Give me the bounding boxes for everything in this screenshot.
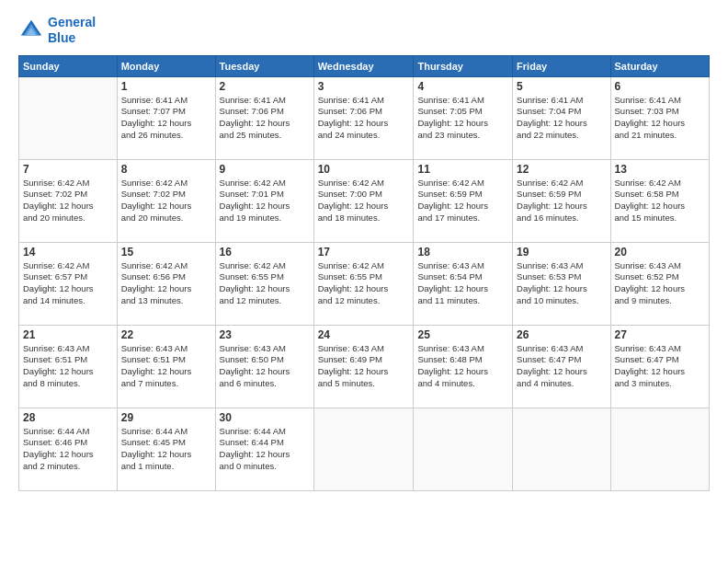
calendar-cell	[19, 76, 118, 159]
calendar-cell: 6Sunrise: 6:41 AM Sunset: 7:03 PM Daylig…	[610, 76, 709, 159]
day-number: 6	[615, 80, 705, 93]
day-info: Sunrise: 6:42 AM Sunset: 7:02 PM Dayligh…	[121, 178, 211, 224]
day-info: Sunrise: 6:42 AM Sunset: 6:55 PM Dayligh…	[318, 260, 410, 307]
day-info: Sunrise: 6:42 AM Sunset: 6:59 PM Dayligh…	[517, 178, 606, 224]
calendar-cell: 25Sunrise: 6:43 AM Sunset: 6:48 PM Dayli…	[414, 325, 513, 408]
day-number: 30	[220, 411, 310, 424]
day-info: Sunrise: 6:42 AM Sunset: 7:00 PM Dayligh…	[318, 178, 410, 224]
day-number: 4	[417, 80, 508, 93]
day-info: Sunrise: 6:43 AM Sunset: 6:47 PM Dayligh…	[615, 343, 705, 390]
calendar-cell: 3Sunrise: 6:41 AM Sunset: 7:06 PM Daylig…	[313, 76, 414, 159]
calendar-cell: 14Sunrise: 6:42 AM Sunset: 6:57 PM Dayli…	[19, 242, 118, 325]
calendar-cell: 15Sunrise: 6:42 AM Sunset: 6:56 PM Dayli…	[117, 242, 215, 325]
calendar-week-row: 21Sunrise: 6:43 AM Sunset: 6:51 PM Dayli…	[19, 325, 710, 408]
day-info: Sunrise: 6:41 AM Sunset: 7:04 PM Dayligh…	[517, 95, 606, 142]
calendar-cell: 30Sunrise: 6:44 AM Sunset: 6:44 PM Dayli…	[215, 408, 313, 490]
calendar-week-row: 28Sunrise: 6:44 AM Sunset: 6:46 PM Dayli…	[19, 408, 710, 490]
day-info: Sunrise: 6:41 AM Sunset: 7:06 PM Dayligh…	[220, 95, 310, 142]
day-info: Sunrise: 6:43 AM Sunset: 6:51 PM Dayligh…	[23, 343, 113, 390]
day-number: 22	[121, 328, 211, 341]
weekday-header: Friday	[513, 55, 610, 76]
calendar-cell: 1Sunrise: 6:41 AM Sunset: 7:07 PM Daylig…	[117, 76, 215, 159]
day-number: 28	[23, 411, 113, 424]
day-number: 24	[318, 328, 410, 341]
day-info: Sunrise: 6:42 AM Sunset: 6:58 PM Dayligh…	[615, 178, 705, 224]
day-number: 7	[23, 163, 113, 176]
day-number: 5	[517, 80, 606, 93]
day-info: Sunrise: 6:43 AM Sunset: 6:48 PM Dayligh…	[417, 343, 508, 390]
calendar-header-row: SundayMondayTuesdayWednesdayThursdayFrid…	[19, 55, 710, 76]
calendar-cell	[513, 408, 610, 490]
calendar-cell	[313, 408, 414, 490]
day-info: Sunrise: 6:42 AM Sunset: 6:57 PM Dayligh…	[23, 260, 113, 307]
calendar-cell: 29Sunrise: 6:44 AM Sunset: 6:45 PM Dayli…	[117, 408, 215, 490]
day-number: 17	[318, 246, 410, 259]
calendar-cell: 17Sunrise: 6:42 AM Sunset: 6:55 PM Dayli…	[313, 242, 414, 325]
calendar-cell: 19Sunrise: 6:43 AM Sunset: 6:53 PM Dayli…	[513, 242, 610, 325]
calendar-cell: 16Sunrise: 6:42 AM Sunset: 6:55 PM Dayli…	[215, 242, 313, 325]
logo: General Blue	[18, 15, 96, 46]
day-number: 20	[615, 246, 705, 259]
day-number: 11	[417, 163, 508, 176]
calendar-week-row: 14Sunrise: 6:42 AM Sunset: 6:57 PM Dayli…	[19, 242, 710, 325]
weekday-header: Monday	[117, 55, 215, 76]
day-info: Sunrise: 6:42 AM Sunset: 6:55 PM Dayligh…	[220, 260, 310, 307]
day-number: 29	[121, 411, 211, 424]
day-number: 12	[517, 163, 606, 176]
calendar-cell: 11Sunrise: 6:42 AM Sunset: 6:59 PM Dayli…	[414, 159, 513, 242]
weekday-header: Thursday	[414, 55, 513, 76]
day-info: Sunrise: 6:44 AM Sunset: 6:45 PM Dayligh…	[121, 426, 211, 473]
weekday-header: Wednesday	[313, 55, 414, 76]
calendar-cell: 13Sunrise: 6:42 AM Sunset: 6:58 PM Dayli…	[610, 159, 709, 242]
calendar-cell	[414, 408, 513, 490]
calendar-cell: 7Sunrise: 6:42 AM Sunset: 7:02 PM Daylig…	[19, 159, 118, 242]
day-info: Sunrise: 6:41 AM Sunset: 7:05 PM Dayligh…	[417, 95, 508, 142]
day-info: Sunrise: 6:41 AM Sunset: 7:07 PM Dayligh…	[121, 95, 211, 142]
calendar-cell: 4Sunrise: 6:41 AM Sunset: 7:05 PM Daylig…	[414, 76, 513, 159]
day-info: Sunrise: 6:44 AM Sunset: 6:46 PM Dayligh…	[23, 426, 113, 473]
day-number: 21	[23, 328, 113, 341]
calendar-week-row: 7Sunrise: 6:42 AM Sunset: 7:02 PM Daylig…	[19, 159, 710, 242]
day-info: Sunrise: 6:43 AM Sunset: 6:50 PM Dayligh…	[220, 343, 310, 390]
day-number: 9	[220, 163, 310, 176]
calendar-cell: 8Sunrise: 6:42 AM Sunset: 7:02 PM Daylig…	[117, 159, 215, 242]
day-number: 18	[417, 246, 508, 259]
calendar-cell: 22Sunrise: 6:43 AM Sunset: 6:51 PM Dayli…	[117, 325, 215, 408]
day-number: 26	[517, 328, 606, 341]
calendar-cell: 26Sunrise: 6:43 AM Sunset: 6:47 PM Dayli…	[513, 325, 610, 408]
day-info: Sunrise: 6:43 AM Sunset: 6:52 PM Dayligh…	[615, 260, 705, 307]
logo-icon	[18, 17, 44, 43]
day-info: Sunrise: 6:43 AM Sunset: 6:47 PM Dayligh…	[517, 343, 606, 390]
calendar-week-row: 1Sunrise: 6:41 AM Sunset: 7:07 PM Daylig…	[19, 76, 710, 159]
day-number: 13	[615, 163, 705, 176]
calendar-cell: 28Sunrise: 6:44 AM Sunset: 6:46 PM Dayli…	[19, 408, 118, 490]
day-number: 10	[318, 163, 410, 176]
calendar-cell: 9Sunrise: 6:42 AM Sunset: 7:01 PM Daylig…	[215, 159, 313, 242]
day-info: Sunrise: 6:43 AM Sunset: 6:51 PM Dayligh…	[121, 343, 211, 390]
day-info: Sunrise: 6:43 AM Sunset: 6:54 PM Dayligh…	[417, 260, 508, 307]
day-info: Sunrise: 6:42 AM Sunset: 7:01 PM Dayligh…	[220, 178, 310, 224]
day-number: 25	[417, 328, 508, 341]
calendar-cell: 24Sunrise: 6:43 AM Sunset: 6:49 PM Dayli…	[313, 325, 414, 408]
weekday-header: Sunday	[19, 55, 118, 76]
day-number: 8	[121, 163, 211, 176]
day-number: 27	[615, 328, 705, 341]
calendar-table: SundayMondayTuesdayWednesdayThursdayFrid…	[18, 55, 710, 491]
calendar-cell: 21Sunrise: 6:43 AM Sunset: 6:51 PM Dayli…	[19, 325, 118, 408]
day-number: 14	[23, 246, 113, 259]
day-number: 1	[121, 80, 211, 93]
calendar-cell: 27Sunrise: 6:43 AM Sunset: 6:47 PM Dayli…	[610, 325, 709, 408]
day-number: 3	[318, 80, 410, 93]
day-info: Sunrise: 6:41 AM Sunset: 7:06 PM Dayligh…	[318, 95, 410, 142]
day-number: 23	[220, 328, 310, 341]
day-info: Sunrise: 6:42 AM Sunset: 6:56 PM Dayligh…	[121, 260, 211, 307]
day-info: Sunrise: 6:43 AM Sunset: 6:53 PM Dayligh…	[517, 260, 606, 307]
day-info: Sunrise: 6:42 AM Sunset: 7:02 PM Dayligh…	[23, 178, 113, 224]
day-info: Sunrise: 6:41 AM Sunset: 7:03 PM Dayligh…	[615, 95, 705, 142]
day-number: 2	[220, 80, 310, 93]
weekday-header: Tuesday	[215, 55, 313, 76]
calendar-cell: 5Sunrise: 6:41 AM Sunset: 7:04 PM Daylig…	[513, 76, 610, 159]
calendar-cell: 10Sunrise: 6:42 AM Sunset: 7:00 PM Dayli…	[313, 159, 414, 242]
day-number: 15	[121, 246, 211, 259]
calendar-cell: 18Sunrise: 6:43 AM Sunset: 6:54 PM Dayli…	[414, 242, 513, 325]
